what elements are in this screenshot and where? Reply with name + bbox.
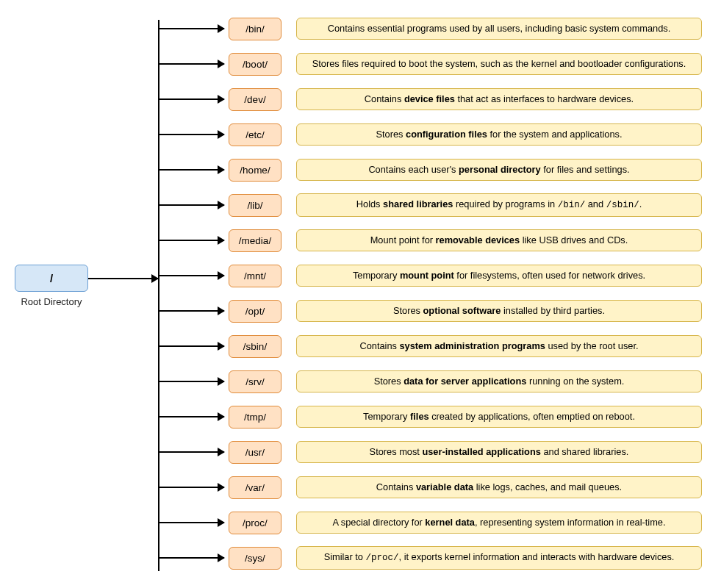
- branch-arrow: [158, 98, 224, 100]
- directory-description: Stores configuration files for the syste…: [296, 123, 702, 146]
- directory-description: Contains variable data like logs, caches…: [296, 476, 702, 499]
- directory-description: Mount point for removable devices like U…: [296, 229, 702, 252]
- directory-row: /etc/Stores configuration files for the …: [158, 117, 702, 152]
- directory-description: Stores most user-installed applications …: [296, 441, 702, 464]
- directory-description: Stores data for server applications runn…: [296, 370, 702, 393]
- directory-description: Holds shared libraries required by progr…: [296, 193, 702, 216]
- directory-row: /mnt/Temporary mount point for filesyste…: [158, 258, 702, 293]
- directory-description: Contains system administration programs …: [296, 335, 702, 358]
- root-node: / Root Directory: [15, 265, 88, 307]
- branch-arrow: [158, 487, 224, 488]
- directory-name: /etc/: [229, 123, 282, 146]
- branch-arrow: [158, 28, 224, 29]
- directory-description: Contains each user's personal directory …: [296, 159, 702, 182]
- directory-description: Temporary files created by applications,…: [296, 406, 702, 429]
- directory-name: /var/: [229, 476, 282, 499]
- directory-row: /var/Contains variable data like logs, c…: [158, 470, 702, 505]
- branch-arrow: [158, 345, 224, 347]
- directory-row: /boot/Stores files required to boot the …: [158, 46, 702, 82]
- branch-arrow: [158, 557, 224, 559]
- directory-row: /lib/Holds shared libraries required by …: [158, 187, 702, 223]
- directory-description: Contains essential programs used by all …: [296, 18, 702, 40]
- directory-name: /media/: [229, 229, 282, 252]
- branch-arrow: [158, 204, 224, 206]
- directory-name: /sbin/: [229, 335, 282, 358]
- directory-row: /proc/A special directory for kernel dat…: [158, 505, 702, 540]
- directory-name: /proc/: [229, 512, 282, 534]
- branch-arrow: [158, 240, 224, 241]
- directory-description: Temporary mount point for filesystems, o…: [296, 265, 702, 287]
- directory-description: Contains device files that act as interf…: [296, 88, 702, 111]
- directory-name: /boot/: [229, 53, 282, 76]
- branch-arrow: [158, 416, 224, 417]
- directory-name: /home/: [229, 159, 282, 182]
- branch-arrow: [158, 451, 224, 453]
- directory-row: /srv/Stores data for server applications…: [158, 364, 702, 399]
- root-arrow: [88, 278, 158, 279]
- directory-row: /usr/Stores most user-installed applicat…: [158, 434, 702, 470]
- directory-row: /bin/Contains essential programs used by…: [158, 11, 702, 46]
- directory-name: /srv/: [229, 370, 282, 393]
- directory-name: /dev/: [229, 88, 282, 111]
- directory-description: Similar to /proc/, it exports kernel inf…: [296, 546, 702, 569]
- branch-arrow: [158, 134, 224, 135]
- directory-name: /tmp/: [229, 406, 282, 429]
- directory-name: /sys/: [229, 547, 282, 570]
- root-box: /: [15, 265, 88, 292]
- directory-name: /mnt/: [229, 265, 282, 287]
- branch-arrow: [158, 275, 224, 276]
- branch-arrow: [158, 522, 224, 523]
- directory-name: /lib/: [229, 194, 282, 217]
- directory-row: /home/Contains each user's personal dire…: [158, 152, 702, 187]
- directory-row: /sbin/Contains system administration pro…: [158, 329, 702, 364]
- directory-description: A special directory for kernel data, rep…: [296, 512, 702, 534]
- directory-description: Stores files required to boot the system…: [296, 53, 702, 76]
- directory-row: /dev/Contains device files that act as i…: [158, 82, 702, 117]
- directory-name: /opt/: [229, 300, 282, 323]
- directory-row: /tmp/Temporary files created by applicat…: [158, 399, 702, 434]
- directory-row: /opt/Stores optional software installed …: [158, 293, 702, 329]
- directory-row: /media/Mount point for removable devices…: [158, 223, 702, 258]
- directory-name: /bin/: [229, 18, 282, 40]
- directory-description: Stores optional software installed by th…: [296, 300, 702, 323]
- branch-arrow: [158, 381, 224, 382]
- branch-arrow: [158, 310, 224, 312]
- root-label: Root Directory: [15, 296, 88, 307]
- directory-name: /usr/: [229, 441, 282, 464]
- branch-arrow: [158, 63, 224, 65]
- branch-arrow: [158, 169, 224, 171]
- directory-rows: /bin/Contains essential programs used by…: [158, 11, 702, 576]
- directory-row: /sys/Similar to /proc/, it exports kerne…: [158, 540, 702, 576]
